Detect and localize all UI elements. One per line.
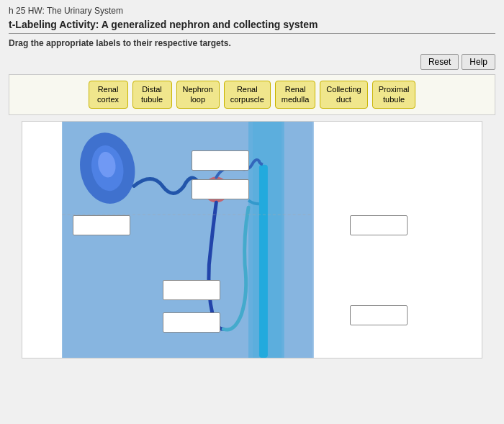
labels-container: RenalcortexDistaltubuleNephronloopRenalc… [9, 74, 495, 115]
label-chip-distal-tubule[interactable]: Distaltubule [132, 81, 172, 109]
instruction: Drag the appropriate labels to their res… [9, 38, 495, 48]
label-chip-renal-cortex[interactable]: Renalcortex [89, 81, 128, 109]
diagram-area [22, 121, 482, 358]
buttons-row: Reset Help [420, 54, 495, 70]
drop-target-7[interactable] [350, 305, 408, 325]
label-chip-proximal-tubule[interactable]: Proximaltubule [372, 81, 416, 109]
drop-target-6[interactable] [350, 215, 408, 235]
help-button[interactable]: Help [462, 54, 495, 70]
label-chip-renal-corpuscle[interactable]: Renalcorpuscle [224, 81, 271, 109]
activity-title: t-Labeling Activity: A generalized nephr… [9, 19, 495, 34]
toolbar: Reset Help [9, 54, 495, 70]
svg-rect-7 [259, 164, 268, 357]
label-chip-nephron-loop[interactable]: Nephronloop [176, 81, 220, 109]
label-chip-renal-medulla[interactable]: Renalmedulla [275, 81, 316, 109]
drop-target-4[interactable] [163, 280, 220, 300]
label-chip-collecting-duct[interactable]: Collectingduct [320, 81, 367, 109]
page-container: h 25 HW: The Urinary System t-Labeling A… [0, 0, 504, 424]
reset-button[interactable]: Reset [420, 54, 459, 70]
drop-target-2[interactable] [192, 179, 249, 199]
nephron-illustration [22, 122, 482, 358]
drop-target-3[interactable] [73, 215, 130, 235]
drop-target-1[interactable] [192, 150, 249, 171]
drop-target-5[interactable] [163, 312, 220, 333]
page-title: h 25 HW: The Urinary System [9, 6, 495, 16]
